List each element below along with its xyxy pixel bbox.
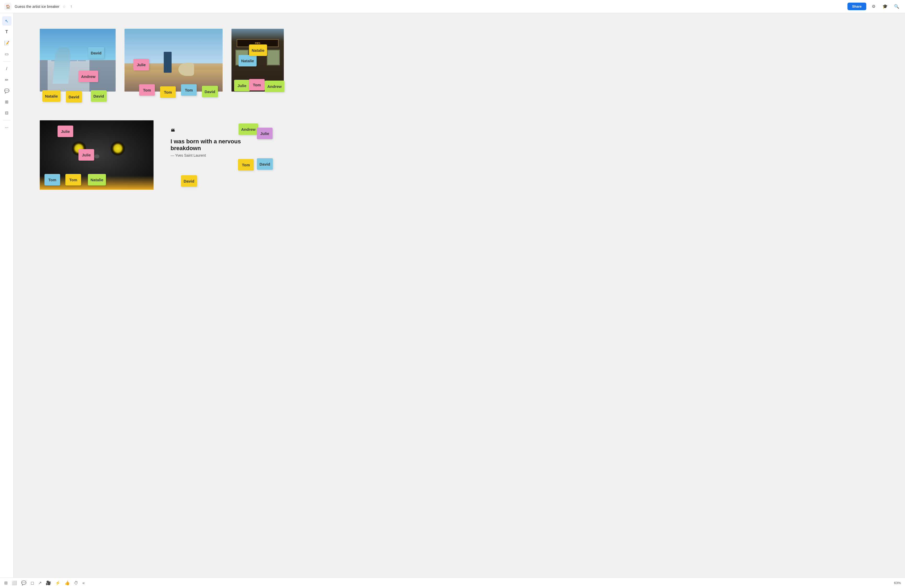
sticky-natalie-pub[interactable]: Natalie [249, 44, 267, 56]
sticky-david-4[interactable]: David [202, 86, 218, 97]
sticky-natalie-2[interactable]: Natalie [238, 55, 257, 67]
favorite-button[interactable]: ☆ [62, 5, 66, 9]
sticky-natalie-1[interactable]: Natalie [42, 90, 60, 102]
line-tool[interactable]: / [2, 64, 11, 73]
sticky-tom-5[interactable]: Tom [44, 174, 60, 186]
sticky-andrew-3[interactable]: Andrew [238, 124, 258, 135]
sticky-andrew-1[interactable]: Andrew [78, 71, 98, 82]
pen-tool[interactable]: ✏ [2, 75, 11, 84]
sticky-david-6[interactable]: David [181, 175, 197, 187]
canvas: PIES ❝ I was born with a nervous breakdo… [14, 13, 452, 294]
more-tools[interactable]: ··· [2, 123, 11, 132]
sticky-tom-6[interactable]: Tom [65, 174, 81, 186]
left-toolbar: ↖ T 📝 ▭ / ✏ 💬 ⊞ ⊟ ··· [0, 13, 14, 294]
text-tool[interactable]: T [2, 27, 11, 37]
frame-tool[interactable]: ⊞ [2, 97, 11, 106]
sticky-julie-1[interactable]: Julie [133, 59, 149, 70]
sticky-tom-4[interactable]: Tom [249, 79, 265, 91]
sticky-julie-4[interactable]: Julie [78, 149, 94, 161]
select-tool[interactable]: ↖ [2, 16, 11, 25]
rect-tool[interactable]: ▭ [2, 49, 11, 59]
sticky-julie-3[interactable]: Julie [57, 126, 73, 137]
sticky-david-5[interactable]: David [257, 158, 273, 170]
sticky-tom-2[interactable]: Tom [160, 86, 176, 98]
header: 🏠 Guess the artist ice breaker ☆ ↑ Share… [0, 0, 452, 13]
prague-image [40, 29, 116, 92]
sticky-david-3[interactable]: David [91, 90, 107, 102]
embed-tool[interactable]: ⊟ [2, 108, 11, 118]
sticky-julie-5[interactable]: Julie [257, 128, 273, 139]
quote-author: — Yves Saint Laurent [170, 153, 275, 157]
sticky-natalie-3[interactable]: Natalie [88, 174, 106, 186]
sticky-david-2[interactable]: David [66, 91, 82, 103]
export-button[interactable]: ↑ [70, 4, 72, 9]
note-tool[interactable]: 📝 [2, 38, 11, 48]
sticky-tom-7[interactable]: Tom [238, 159, 254, 170]
document-title: Guess the artist ice breaker [15, 5, 59, 9]
sticky-david-1[interactable]: David [88, 47, 104, 59]
sticky-tom-1[interactable]: Tom [139, 84, 155, 96]
sticky-tom-3[interactable]: Tom [181, 84, 197, 96]
sticky-andrew-2[interactable]: Andrew [265, 81, 284, 92]
quote-text: I was born with a nervous breakdown [170, 138, 270, 152]
home-button[interactable]: 🏠 [4, 3, 11, 10]
comment-tool[interactable]: 💬 [2, 86, 11, 95]
sticky-julie-2[interactable]: Julie [234, 80, 250, 91]
